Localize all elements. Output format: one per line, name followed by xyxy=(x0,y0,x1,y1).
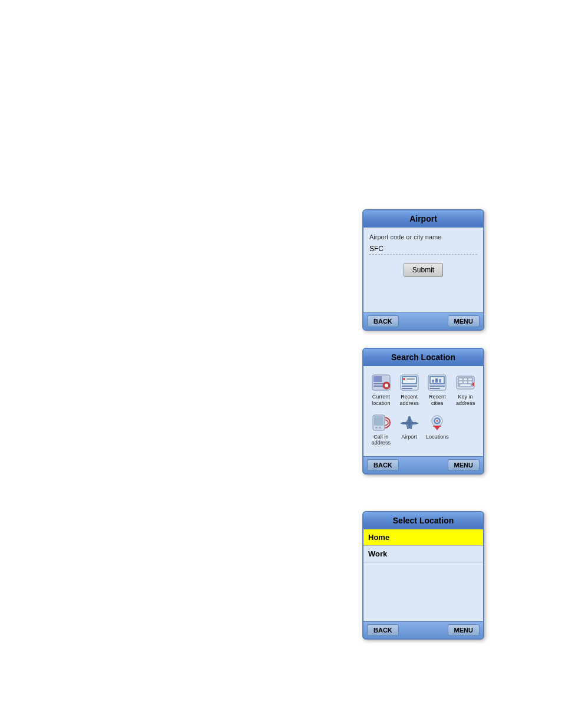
svg-point-44 xyxy=(437,420,438,421)
svg-rect-32 xyxy=(468,381,472,383)
recent-address-icon xyxy=(398,373,421,393)
recent-cities-icon xyxy=(426,373,448,393)
select-location-title: Select Location xyxy=(363,512,483,529)
airport-panel-title: Airport xyxy=(363,210,483,228)
svg-marker-47 xyxy=(435,428,439,430)
airport-input[interactable] xyxy=(369,245,477,255)
svg-rect-33 xyxy=(460,384,471,386)
call-in-address-icon xyxy=(370,413,392,433)
svg-rect-38 xyxy=(379,427,381,429)
search-menu-button[interactable]: MENU xyxy=(448,459,480,471)
key-in-address-icon xyxy=(454,373,477,393)
svg-rect-36 xyxy=(374,416,384,426)
svg-rect-13 xyxy=(402,386,417,387)
svg-rect-20 xyxy=(429,386,445,387)
airport-back-button[interactable]: BACK xyxy=(367,315,399,327)
svg-rect-24 xyxy=(439,379,441,383)
select-item-home[interactable]: Home xyxy=(363,529,483,546)
svg-rect-30 xyxy=(459,381,462,383)
locations-icon xyxy=(426,413,448,433)
airport-submit-row: Submit xyxy=(369,263,477,277)
recent-address-label: Recentaddress xyxy=(400,394,419,407)
airport-footer: BACK MENU xyxy=(363,312,483,330)
search-footer: BACK MENU xyxy=(363,456,483,473)
svg-point-15 xyxy=(403,378,405,380)
select-footer: BACK MENU xyxy=(363,621,483,638)
call-in-address-label: Call inaddress xyxy=(372,434,391,447)
airport-menu-button[interactable]: MENU xyxy=(448,315,480,327)
search-location-title: Search Location xyxy=(363,349,483,366)
svg-rect-23 xyxy=(435,378,438,383)
locations-label: Locations xyxy=(426,434,449,440)
svg-rect-16 xyxy=(406,378,415,380)
select-menu-button[interactable]: MENU xyxy=(448,624,480,636)
search-location-body: Currentlocation Recentaddress xyxy=(363,366,483,456)
airport-panel: Airport Airport code or city name Submit… xyxy=(362,209,484,331)
search-item-locations[interactable]: Locations xyxy=(425,411,451,449)
current-location-label: Currentlocation xyxy=(372,394,390,407)
search-location-panel: Search Location xyxy=(362,348,484,475)
select-item-work[interactable]: Work xyxy=(363,546,483,562)
airport-panel-body: Airport code or city name Submit xyxy=(363,228,483,312)
select-empty-area xyxy=(363,562,483,621)
recent-cities-label: Recentcities xyxy=(429,394,446,407)
svg-rect-27 xyxy=(459,378,462,380)
svg-rect-28 xyxy=(464,378,467,380)
svg-rect-21 xyxy=(429,388,440,389)
svg-rect-45 xyxy=(433,426,441,427)
svg-rect-1 xyxy=(373,376,382,382)
search-item-recent-cities[interactable]: Recentcities xyxy=(425,371,451,409)
search-item-recent-address[interactable]: Recentaddress xyxy=(396,371,422,409)
search-back-button[interactable]: BACK xyxy=(367,459,399,471)
key-in-address-label: Key inaddress xyxy=(456,394,475,407)
select-location-panel: Select Location Home Work BACK MENU xyxy=(362,511,484,640)
search-item-airport[interactable]: Airport xyxy=(396,411,422,449)
select-back-button[interactable]: BACK xyxy=(367,624,399,636)
svg-rect-14 xyxy=(402,388,412,389)
airport-icon xyxy=(398,413,421,433)
svg-rect-40 xyxy=(402,422,417,424)
svg-rect-46 xyxy=(435,427,439,428)
svg-rect-37 xyxy=(375,427,378,429)
svg-point-5 xyxy=(385,384,388,387)
search-item-call-in-address[interactable]: Call inaddress xyxy=(368,411,394,449)
svg-rect-31 xyxy=(464,381,467,383)
current-location-icon xyxy=(370,373,392,393)
search-item-current-location[interactable]: Currentlocation xyxy=(368,371,394,409)
search-item-key-in-address[interactable]: Key inaddress xyxy=(452,371,478,409)
airport-label: Airport code or city name xyxy=(369,233,477,241)
select-location-body: Home Work xyxy=(363,529,483,621)
airport-label: Airport xyxy=(401,434,417,440)
svg-rect-29 xyxy=(468,378,472,380)
airport-submit-button[interactable]: Submit xyxy=(404,263,443,277)
svg-rect-22 xyxy=(432,380,434,383)
search-icon-grid: Currentlocation Recentaddress xyxy=(368,371,478,448)
